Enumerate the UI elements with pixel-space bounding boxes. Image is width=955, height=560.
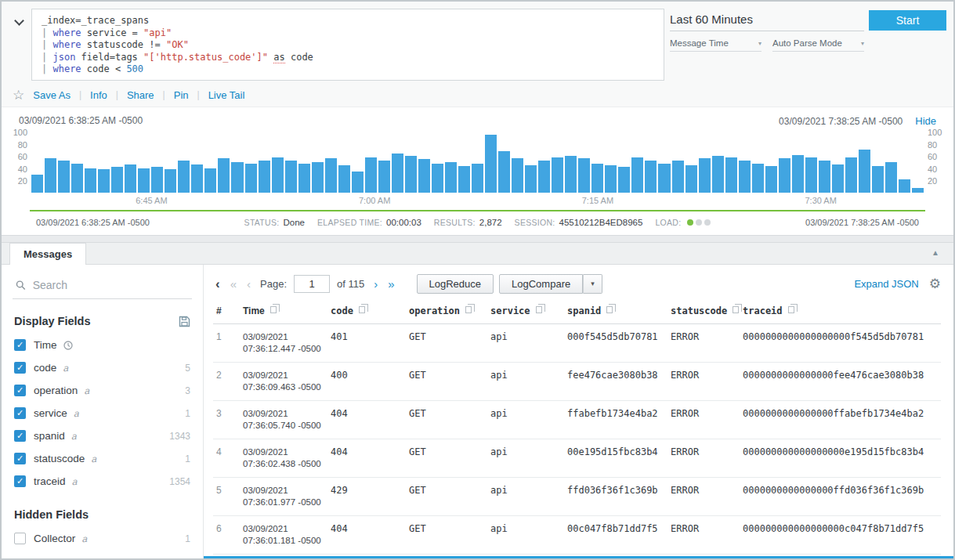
histogram-bar[interactable] bbox=[859, 150, 870, 193]
histogram-bar[interactable] bbox=[765, 166, 777, 193]
save-fields-icon[interactable] bbox=[179, 316, 190, 327]
link-share[interactable]: Share bbox=[127, 89, 154, 101]
histogram-bar[interactable] bbox=[512, 158, 523, 193]
histogram-bar[interactable] bbox=[259, 161, 270, 193]
histogram-bar[interactable] bbox=[312, 162, 324, 193]
last-page-icon[interactable]: » bbox=[385, 278, 396, 290]
column-header-num[interactable]: # bbox=[213, 301, 240, 324]
histogram-bar[interactable] bbox=[605, 165, 617, 193]
link-save-as[interactable]: Save As bbox=[33, 89, 71, 101]
histogram-bar[interactable] bbox=[365, 157, 377, 193]
field-checkbox[interactable]: ✓ bbox=[14, 430, 26, 442]
histogram-bar[interactable] bbox=[325, 158, 337, 193]
table-row[interactable]: 103/09/202107:36:12.447 -0500401GETapi00… bbox=[213, 324, 941, 363]
field-item-time[interactable]: ✓Time bbox=[13, 334, 192, 356]
histogram-bar[interactable] bbox=[832, 164, 844, 193]
table-row[interactable]: 303/09/202107:36:05.740 -0500404GETapiff… bbox=[213, 401, 941, 439]
histogram-bar[interactable] bbox=[845, 157, 857, 193]
column-header-service[interactable]: service bbox=[487, 301, 564, 324]
histogram-bar[interactable] bbox=[445, 162, 457, 193]
histogram-bar[interactable] bbox=[525, 165, 537, 193]
collapse-panel-icon[interactable]: ▲ bbox=[931, 248, 939, 257]
start-button[interactable]: Start bbox=[869, 10, 946, 31]
hide-histogram-link[interactable]: Hide bbox=[915, 115, 936, 127]
histogram-bar[interactable] bbox=[125, 164, 136, 193]
histogram-bar[interactable] bbox=[885, 162, 897, 193]
logcompare-dropdown-icon[interactable]: ▾ bbox=[583, 274, 602, 294]
histogram-bar[interactable] bbox=[138, 168, 150, 193]
link-live-tail[interactable]: Live Tail bbox=[208, 89, 245, 101]
table-row[interactable]: 403/09/202107:36:02.438 -0500404GETapi00… bbox=[213, 439, 941, 478]
histogram-bar[interactable] bbox=[899, 179, 910, 193]
histogram-bar[interactable] bbox=[111, 167, 123, 193]
histogram-bar[interactable] bbox=[565, 156, 577, 193]
histogram-bar[interactable] bbox=[552, 157, 563, 193]
field-item-code[interactable]: ✓codea5 bbox=[13, 356, 192, 379]
field-checkbox[interactable]: ✓ bbox=[14, 339, 26, 351]
field-item-traceid[interactable]: ✓traceida1354 bbox=[13, 470, 192, 493]
first-page-icon[interactable]: « bbox=[228, 278, 239, 290]
field-search-box[interactable] bbox=[13, 274, 192, 299]
histogram-bar[interactable] bbox=[618, 167, 630, 193]
favorite-star-icon[interactable]: ☆ bbox=[13, 89, 24, 102]
copy-column-icon[interactable] bbox=[270, 306, 277, 313]
time-range-selector[interactable]: Last 60 Minutes bbox=[670, 13, 864, 31]
logreduce-button[interactable]: LogReduce bbox=[417, 274, 494, 294]
column-header-operation[interactable]: operation bbox=[406, 301, 487, 324]
table-row[interactable]: 603/09/202107:36:01.181 -0500404GETapi00… bbox=[213, 516, 941, 555]
field-item-collector[interactable]: Collectora1 bbox=[13, 527, 192, 550]
histogram-bar[interactable] bbox=[819, 161, 830, 193]
table-row[interactable]: 503/09/202107:36:01.977 -0500429GETapiff… bbox=[213, 478, 941, 516]
link-info[interactable]: Info bbox=[90, 89, 107, 101]
histogram-bar[interactable] bbox=[298, 164, 310, 193]
histogram-bar[interactable] bbox=[725, 157, 737, 193]
histogram-bar[interactable] bbox=[231, 162, 243, 193]
histogram-bar[interactable] bbox=[378, 161, 390, 193]
message-time-select[interactable]: Message Time ▾ bbox=[670, 38, 761, 52]
histogram-bar[interactable] bbox=[165, 169, 176, 193]
histogram-bar[interactable] bbox=[699, 158, 711, 193]
histogram-bar[interactable] bbox=[686, 165, 697, 193]
tab-messages[interactable]: Messages bbox=[9, 243, 86, 265]
link-pin[interactable]: Pin bbox=[174, 89, 189, 101]
histogram-bar[interactable] bbox=[779, 158, 790, 193]
histogram-bar[interactable] bbox=[151, 167, 163, 193]
field-checkbox[interactable] bbox=[14, 533, 26, 544]
field-item-statuscode[interactable]: ✓statuscodea1 bbox=[13, 447, 192, 470]
histogram-bar[interactable] bbox=[31, 175, 43, 193]
parse-mode-select[interactable]: Auto Parse Mode ▾ bbox=[772, 38, 864, 52]
histogram-bar[interactable] bbox=[432, 164, 443, 193]
histogram-bar[interactable] bbox=[204, 168, 216, 193]
field-item-spanid[interactable]: ✓spanida1343 bbox=[13, 425, 192, 447]
copy-column-icon[interactable] bbox=[606, 306, 613, 313]
prev-page-icon[interactable]: ‹ bbox=[244, 278, 253, 290]
histogram-bar[interactable] bbox=[712, 156, 724, 193]
copy-column-icon[interactable] bbox=[788, 306, 794, 313]
logcompare-button[interactable]: LogCompare bbox=[499, 274, 583, 294]
histogram-bar[interactable] bbox=[872, 166, 884, 193]
histogram-bar[interactable] bbox=[658, 164, 670, 193]
histogram-bar[interactable] bbox=[98, 169, 110, 193]
field-checkbox[interactable]: ✓ bbox=[14, 475, 26, 487]
histogram-bar[interactable] bbox=[752, 164, 764, 193]
histogram-bar[interactable] bbox=[178, 161, 190, 193]
expand-json-link[interactable]: Expand JSON bbox=[854, 278, 918, 290]
histogram-bar[interactable] bbox=[71, 164, 83, 193]
histogram-bar[interactable] bbox=[191, 164, 203, 193]
field-checkbox[interactable]: ✓ bbox=[14, 453, 26, 464]
histogram-bar[interactable] bbox=[285, 161, 297, 193]
copy-column-icon[interactable] bbox=[465, 306, 472, 313]
column-header-code[interactable]: code bbox=[327, 301, 406, 324]
histogram-bar[interactable] bbox=[352, 172, 364, 193]
histogram-bar[interactable] bbox=[645, 161, 657, 193]
query-collapse-chevron-icon[interactable] bbox=[14, 16, 24, 26]
field-item-operation[interactable]: ✓operationa3 bbox=[13, 379, 192, 402]
histogram-bar[interactable] bbox=[218, 158, 230, 193]
copy-column-icon[interactable] bbox=[733, 306, 739, 313]
field-checkbox[interactable]: ✓ bbox=[14, 362, 26, 374]
histogram-bar[interactable] bbox=[472, 164, 483, 193]
histogram-bar[interactable] bbox=[338, 165, 350, 193]
search-input[interactable] bbox=[33, 279, 190, 291]
table-row[interactable]: 203/09/202107:36:09.463 -0500400GETapife… bbox=[213, 363, 941, 401]
histogram-bar[interactable] bbox=[45, 158, 56, 193]
